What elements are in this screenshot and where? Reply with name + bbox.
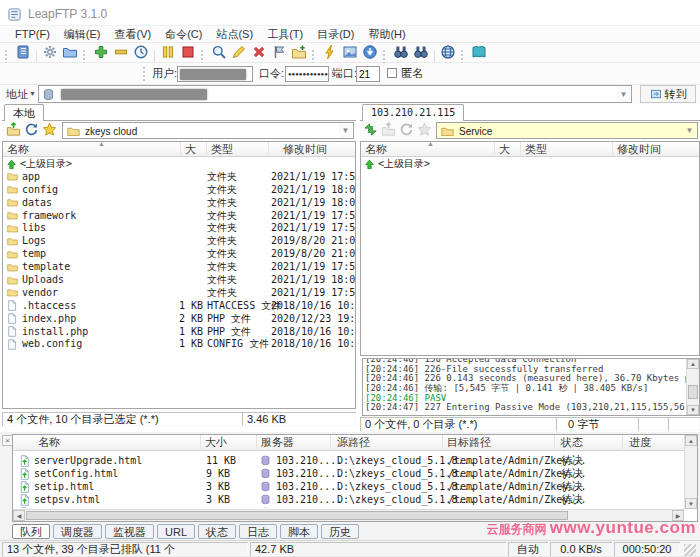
local-browser-button[interactable] (60, 43, 80, 61)
remote-transfer-mode-button[interactable] (361, 121, 379, 138)
menu-item[interactable]: 查看(V) (108, 26, 159, 42)
find-button[interactable] (209, 43, 229, 61)
bottom-tab[interactable]: 历史 (321, 524, 359, 539)
local-refresh-button[interactable] (22, 121, 40, 138)
pause-button[interactable] (158, 43, 178, 61)
chevron-down-icon[interactable]: ▼ (339, 123, 352, 138)
column-header-type[interactable]: 类型 (207, 142, 269, 157)
go-button[interactable]: 转到 (640, 85, 696, 103)
anonymous-checkbox[interactable] (387, 68, 397, 78)
bottom-tab[interactable]: 脚本 (280, 524, 318, 539)
log-scrollbar[interactable]: ▲ ▼ (686, 359, 699, 415)
tab-queue[interactable]: 队列 (12, 524, 50, 539)
folder-row[interactable]: vendor 文件夹 2021/1/19 17:57 (3, 287, 355, 300)
web-button[interactable] (438, 43, 458, 61)
scroll-thumb[interactable] (26, 511, 568, 520)
bottom-tab[interactable]: 状态 (198, 524, 236, 539)
rename-button[interactable] (269, 43, 289, 61)
queue-column-source[interactable]: 源路径 (331, 435, 443, 451)
port-input[interactable] (356, 66, 380, 82)
queue-row[interactable]: setConfig.html 9 KB 103.210.... D:\zkeys… (13, 467, 683, 480)
download-button[interactable] (360, 43, 380, 61)
queue-row[interactable]: serverUpgrade.html 11 KB 103.210.... D:\… (13, 454, 683, 467)
chevron-down-icon[interactable]: ▼ (683, 123, 696, 138)
folder-row[interactable]: Uploads 文件夹 2021/1/19 18:00 (3, 274, 355, 287)
disconnect-button[interactable] (111, 43, 131, 61)
menu-item[interactable]: 帮助(H) (361, 26, 412, 42)
queue-column-size[interactable]: 大小 (201, 435, 257, 451)
remote-folder-up-button[interactable] (379, 121, 397, 138)
folder-row[interactable]: framework 文件夹 2021/1/19 17:56 (3, 210, 355, 223)
file-row[interactable]: install.php 1 KB PHP 文件 2018/10/16 10:39 (3, 326, 355, 339)
make-directory-button[interactable] (289, 43, 309, 61)
remote-favorites-button[interactable] (415, 121, 433, 138)
queue-column-server[interactable]: 服务器 (257, 435, 331, 451)
bottom-tab[interactable]: URL (157, 524, 195, 539)
resize-grip[interactable] (684, 544, 696, 556)
options-button[interactable] (40, 43, 60, 61)
password-input[interactable]: ●●●●●●●●●●●● (285, 66, 329, 82)
column-header-size[interactable]: 大小 (181, 142, 207, 157)
address-combobox[interactable]: ▼ (38, 85, 632, 103)
folder-row[interactable]: template 文件夹 2021/1/19 17:57 (3, 261, 355, 274)
scroll-up-icon[interactable]: ▲ (685, 435, 697, 446)
queue-column-progress[interactable]: 进度 (623, 435, 683, 451)
address-dropdown-caret[interactable]: ▼ (29, 85, 36, 103)
folder-row[interactable]: datas 文件夹 2021/1/19 18:00 (3, 197, 355, 210)
folder-row[interactable]: temp 文件夹 2019/8/20 21:03 (3, 248, 355, 261)
column-header-modified[interactable]: 修改时间 (269, 142, 355, 157)
scroll-down-icon[interactable]: ▼ (687, 405, 699, 415)
folder-row[interactable]: app 文件夹 2021/1/19 17:59 (3, 171, 355, 184)
scroll-right-icon[interactable]: ▶ (672, 510, 684, 521)
file-row[interactable]: index.php 2 KB PHP 文件 2020/12/23 19:04 (3, 313, 355, 326)
queue-column-status[interactable]: 状态 (555, 435, 623, 451)
view-button[interactable] (340, 43, 360, 61)
parent-directory-row[interactable]: <上级目录> (361, 158, 699, 171)
help-button[interactable] (469, 43, 489, 61)
scroll-thumb[interactable] (688, 385, 698, 399)
queue-row-partial[interactable] (13, 506, 683, 508)
user-input[interactable] (177, 66, 253, 82)
site-manager-button[interactable] (13, 43, 33, 61)
connect-button[interactable] (91, 43, 111, 61)
parent-directory-row[interactable]: <上级目录> (3, 158, 355, 171)
edit-button[interactable] (229, 43, 249, 61)
menu-item[interactable]: 目录(D) (310, 26, 361, 42)
bottom-tab[interactable]: 日志 (239, 524, 277, 539)
menu-item[interactable]: 命令(C) (158, 26, 209, 42)
menu-item[interactable]: 工具(T) (260, 26, 310, 42)
local-path-combobox[interactable]: zkeys cloud ▼ (62, 122, 354, 139)
scroll-left-icon[interactable]: ◀ (13, 510, 25, 521)
column-header-name[interactable]: 名称 (3, 142, 181, 157)
column-header-modified[interactable]: 修改时间 (613, 142, 700, 157)
queue-hscrollbar[interactable]: ◀ ▶ (13, 509, 684, 521)
file-row[interactable]: .htaccess 1 KB HTACCESS 文件 2018/10/16 10… (3, 300, 355, 313)
local-favorites-button[interactable] (40, 121, 58, 138)
remote-path-combobox[interactable]: Service ▼ (436, 122, 698, 139)
delete-button[interactable] (249, 43, 269, 61)
find-files-button[interactable] (391, 43, 411, 61)
queue-vscrollbar[interactable]: ▲ ▼ (684, 435, 697, 509)
chevron-down-icon[interactable]: ▼ (617, 86, 630, 102)
file-row[interactable]: web.config 1 KB CONFIG 文件 2018/10/16 10:… (3, 338, 355, 351)
menu-item[interactable]: FTP(F) (8, 26, 57, 42)
remote-refresh-button[interactable] (397, 121, 415, 138)
transfer-button[interactable] (320, 43, 340, 61)
folder-row[interactable]: Logs 文件夹 2019/8/20 21:02 (3, 235, 355, 248)
column-header-size[interactable]: 大小 (495, 142, 521, 157)
quick-connect-button[interactable] (131, 43, 151, 61)
folder-row[interactable]: config 文件夹 2021/1/19 18:00 (3, 184, 355, 197)
queue-column-name[interactable]: 名称 (13, 435, 201, 451)
queue-column-target[interactable]: 目标路径 (443, 435, 555, 451)
scroll-up-icon[interactable]: ▲ (687, 359, 699, 369)
menu-item[interactable]: 编辑(E) (57, 26, 108, 42)
tab-remote-server[interactable]: 103.210.21.115 (362, 104, 464, 121)
find-next-button[interactable] (411, 43, 431, 61)
local-folder-up-button[interactable] (4, 121, 22, 138)
column-header-type[interactable]: 类型 (521, 142, 613, 157)
queue-row[interactable]: setip.html 3 KB 103.210.... D:\zkeys_clo… (13, 480, 683, 493)
menu-item[interactable]: 站点(S) (209, 26, 260, 42)
folder-row[interactable]: libs 文件夹 2021/1/19 17:56 (3, 222, 355, 235)
stop-button[interactable] (178, 43, 198, 61)
scroll-down-icon[interactable]: ▼ (685, 498, 697, 509)
